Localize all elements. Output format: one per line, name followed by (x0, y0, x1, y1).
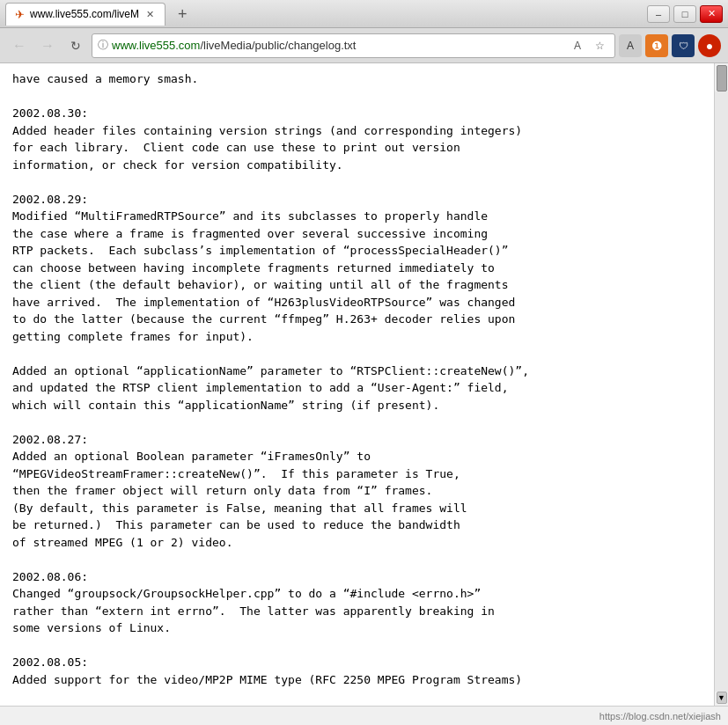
bookmark-icon[interactable]: ☆ (590, 36, 609, 55)
window-controls: – □ ✕ (647, 5, 723, 23)
reload-button[interactable]: ↻ (63, 33, 88, 58)
titlebar-left: ✈ www.live555.com/liveM ✕ + (5, 3, 195, 26)
window-titlebar: ✈ www.live555.com/liveM ✕ + – □ ✕ (0, 0, 728, 28)
new-tab-button[interactable]: + (171, 3, 195, 26)
scrollbar-down-button[interactable]: ▼ (717, 692, 727, 704)
scrollbar[interactable]: ▼ (714, 63, 728, 706)
back-button[interactable]: ← (7, 33, 32, 58)
extension-icon-1[interactable]: A (619, 34, 642, 57)
page-content: have caused a memory smash. 2002.08.30: … (0, 63, 714, 706)
navigation-bar: ← → ↻ ⓘ www.live555.com/liveMedia/public… (0, 28, 728, 63)
content-wrapper: have caused a memory smash. 2002.08.30: … (0, 63, 728, 706)
extension-icon-4[interactable]: ● (698, 34, 721, 57)
address-bar[interactable]: ⓘ www.live555.com/liveMedia/public/chang… (92, 33, 615, 58)
extension-icon-3[interactable]: 🛡 (672, 34, 695, 57)
url-domain: www.live555.com (112, 39, 200, 52)
tab-favicon-icon: ✈ (15, 8, 25, 21)
status-bar: https://blog.csdn.net/xiejiash (0, 706, 728, 725)
changelog-text: have caused a memory smash. 2002.08.30: … (12, 70, 702, 706)
extension-icon-2[interactable]: ❶ (645, 34, 668, 57)
address-actions: A ☆ (568, 36, 609, 55)
close-button[interactable]: ✕ (700, 5, 723, 23)
maximize-button[interactable]: □ (673, 5, 696, 23)
url-text: www.live555.com/liveMedia/public/changel… (112, 39, 564, 52)
tab-label: www.live555.com/liveM (30, 8, 139, 20)
scrollbar-track[interactable] (715, 92, 728, 692)
forward-button[interactable]: → (35, 33, 60, 58)
tab-close-icon[interactable]: ✕ (144, 9, 156, 20)
browser-tab[interactable]: ✈ www.live555.com/liveM ✕ (5, 3, 165, 26)
translate-icon[interactable]: A (568, 36, 587, 55)
browser-extensions: A ❶ 🛡 ● (619, 34, 721, 57)
secure-icon: ⓘ (98, 38, 108, 53)
minimize-button[interactable]: – (647, 5, 670, 23)
status-url: https://blog.csdn.net/xiejiash (599, 711, 721, 721)
scrollbar-thumb[interactable] (717, 65, 727, 92)
url-path: /liveMedia/public/changelog.txt (200, 39, 356, 52)
